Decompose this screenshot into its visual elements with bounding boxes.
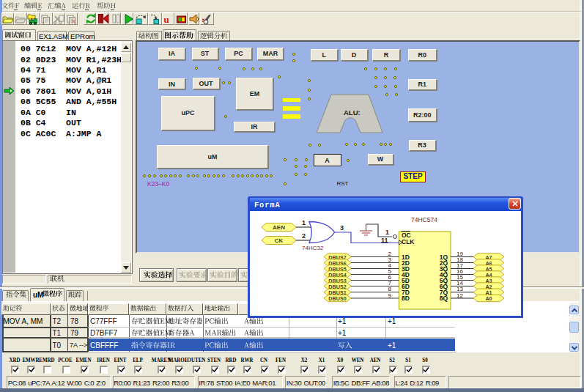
svg-text:9: 9 bbox=[388, 292, 392, 299]
svg-text:74HC32: 74HC32 bbox=[302, 245, 324, 251]
svg-text:CLK: CLK bbox=[402, 238, 415, 245]
svg-text:3: 3 bbox=[340, 224, 344, 232]
svg-text:2: 2 bbox=[302, 232, 306, 240]
svg-text:AEN: AEN bbox=[273, 224, 285, 231]
svg-text:A0: A0 bbox=[485, 295, 492, 302]
svg-text:OC: OC bbox=[402, 232, 411, 239]
svg-text:74HC574: 74HC574 bbox=[411, 216, 437, 223]
svg-text:8Q: 8Q bbox=[440, 295, 448, 302]
svg-text:CK: CK bbox=[275, 237, 284, 244]
svg-text:1: 1 bbox=[385, 229, 389, 236]
svg-text:8D: 8D bbox=[402, 295, 410, 302]
svg-text:DBUS0: DBUS0 bbox=[328, 295, 346, 302]
svg-text:11: 11 bbox=[381, 237, 388, 244]
svg-text:1: 1 bbox=[302, 219, 306, 226]
svg-text:12: 12 bbox=[457, 292, 463, 299]
svg-text:ALU:: ALU: bbox=[344, 108, 361, 117]
